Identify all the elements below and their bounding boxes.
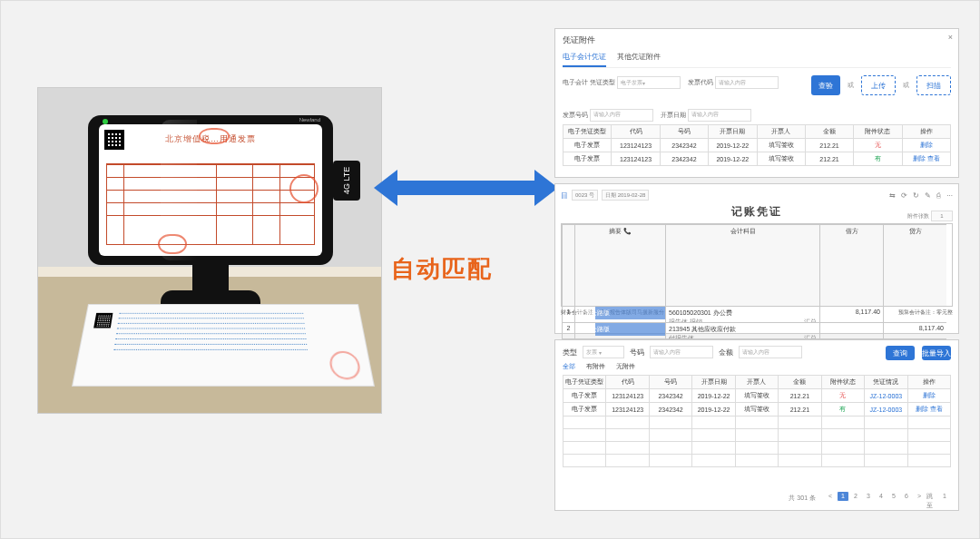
double-arrow-icon <box>396 181 536 195</box>
voucher-date[interactable]: 日期 2019-02-28 <box>602 190 649 201</box>
records-table: 电子凭证类型代码号码开票日期开票人金额附件状态凭证情况操作 电子发票123124… <box>563 375 951 467</box>
invoice-code-input[interactable]: 请输入内容 <box>715 76 779 89</box>
stamp-icon <box>199 128 230 144</box>
row-action[interactable]: 查看 <box>930 406 943 412</box>
bulk-import-button[interactable]: 批量导入 <box>922 346 951 360</box>
seal-icon <box>328 351 362 379</box>
filter-all[interactable]: 全部 <box>563 362 575 371</box>
attachment-panel: 凭证附件 × 电子会计凭证 其他凭证附件 电子会计 凭证类型 电子发票 ▾ 发票… <box>554 28 959 178</box>
amount-input[interactable]: 请输入内容 <box>739 346 802 358</box>
pager-item[interactable]: 5 <box>887 491 900 502</box>
close-icon[interactable]: × <box>948 33 953 42</box>
auto-match-label: 自动匹配 <box>391 253 493 285</box>
code-input[interactable]: 请输入内容 <box>650 346 713 358</box>
attachment-count[interactable]: 1 <box>931 211 953 221</box>
pager-item[interactable]: 跳至 <box>926 495 938 506</box>
scanner-photo: Newland 北京增值税…用通发票 <box>37 87 382 414</box>
query-button[interactable]: 查验 <box>811 75 840 95</box>
voucher-no[interactable]: 0023 号 <box>572 190 598 201</box>
pager-item[interactable]: 3 <box>862 491 875 502</box>
edit-icon[interactable]: ✎ <box>925 191 931 200</box>
paper-invoice <box>72 304 375 387</box>
row-action[interactable]: 查看 <box>927 155 940 162</box>
list-panel: 类型 发票 ▾ 号码 请输入内容 金额 请输入内容 查询 批量导入 全部 有附件… <box>554 339 959 511</box>
row-action[interactable]: 删除 <box>913 155 926 162</box>
voucher-grid: 摘要 📞会计科目借方贷方 1 报告公路版 560105020301 办公费报告体… <box>561 223 953 307</box>
invoice-no-input[interactable]: 请输入内容 <box>590 109 653 122</box>
pager-item[interactable]: < <box>824 491 837 502</box>
pager-item[interactable]: 2 <box>849 491 862 502</box>
list-icon[interactable]: 目 <box>561 191 568 201</box>
4g-badge: 4G LTE <box>333 161 360 201</box>
print-icon[interactable]: ⎙ <box>936 191 941 200</box>
issue-date-input[interactable]: 请输入内容 <box>688 109 751 122</box>
qr-icon <box>104 130 124 150</box>
invoice-grid <box>106 163 315 245</box>
pager-item[interactable]: 1 <box>938 491 951 502</box>
swap-icon[interactable]: ⇆ <box>889 191 896 200</box>
table-row[interactable]: 电子发票12312412323423422019-12-22填写签收212.21… <box>564 139 951 152</box>
search-button[interactable]: 查询 <box>886 346 915 360</box>
refresh-icon[interactable]: ⟳ <box>901 191 907 200</box>
pager-item[interactable]: 4 <box>875 491 887 502</box>
tablet-device: Newland 北京增值税…用通发票 <box>88 115 333 265</box>
type-select[interactable]: 发票 ▾ <box>583 346 624 358</box>
pager-item[interactable]: 6 <box>900 491 913 502</box>
tab-other-attach[interactable]: 其他凭证附件 <box>617 50 661 67</box>
voucher-panel: 目 0023 号 日期 2019-02-28 ⇆ ⟳ ↻ ✎ ⎙ ··· 记账凭… <box>554 183 959 334</box>
more-icon[interactable]: ··· <box>946 191 953 200</box>
seal-icon <box>158 234 187 254</box>
attachment-table: 电子凭证类型代码号码开票日期开票人金额附件状态操作 电子发票1231241232… <box>563 124 951 166</box>
scan-button[interactable]: 扫描 <box>916 75 951 95</box>
voucher-type-select[interactable]: 电子发票 ▾ <box>617 76 681 89</box>
filter-has-attach[interactable]: 有附件 <box>586 362 605 371</box>
row-action[interactable]: 删除 <box>920 142 933 148</box>
pager-item[interactable]: 1 <box>837 491 849 502</box>
upload-button[interactable]: 上传 <box>861 75 896 95</box>
undo-icon[interactable]: ↻ <box>913 191 919 200</box>
table-row[interactable]: 电子发票12312412323423422019-12-22填写签收212.21… <box>564 152 951 166</box>
phone-icon[interactable]: 📞 <box>623 228 632 234</box>
tab-e-voucher[interactable]: 电子会计凭证 <box>563 50 606 67</box>
seal-icon <box>289 174 318 203</box>
panel-title: 凭证附件 <box>563 34 951 46</box>
row-action[interactable]: 删除 <box>916 406 928 412</box>
pager-item[interactable]: > <box>913 491 926 502</box>
tablet-brand: Newland <box>299 117 320 122</box>
row-action[interactable]: 删除 <box>923 392 936 398</box>
filter-no-attach[interactable]: 无附件 <box>616 362 635 371</box>
table-row[interactable]: 电子发票12312412323423422019-12-22填写签收212.21… <box>564 389 951 403</box>
pager: 共 301 条 <123456>跳至1 <box>789 491 951 507</box>
table-row[interactable]: 电子发票12312412323423422019-12-22填写签收212.21… <box>564 403 951 416</box>
